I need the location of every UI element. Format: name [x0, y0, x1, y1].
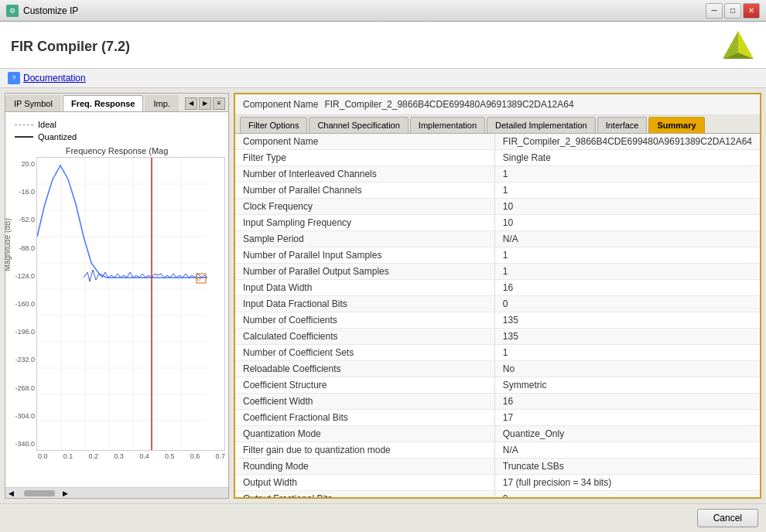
row-label: Input Data Fractional Bits	[235, 296, 494, 312]
content-area: IP Symbol Freq. Response Imp. ◀ ▶ ≡ Idea…	[0, 88, 766, 503]
legend-ideal: Ideal	[15, 120, 219, 129]
legend-quantized: Quantized	[15, 132, 219, 142]
scrollbar-thumb[interactable]	[24, 490, 55, 496]
y-tick-1: 20.0	[21, 160, 35, 168]
scroll-left-button[interactable]: ◀	[9, 489, 16, 497]
tab-detailed-implementation[interactable]: Detailed Implementation	[487, 117, 596, 133]
row-label: Number of Parallel Input Samples	[235, 247, 494, 264]
doc-link[interactable]: Documentation	[23, 73, 86, 84]
table-row: Output Width17 (full precision = 34 bits…	[235, 475, 760, 491]
row-value: 16	[494, 280, 760, 296]
close-button[interactable]: ✕	[743, 3, 760, 19]
y-tick-11: -340.0	[15, 440, 35, 448]
table-row: Number of Coefficients135	[235, 312, 760, 329]
right-panel: Component Name FIR_Compiler_2_9866B4CDE6…	[234, 93, 761, 499]
table-row: Rounding ModeTruncate LSBs	[235, 459, 760, 475]
row-label: Number of Parallel Channels	[235, 182, 494, 199]
table-row: Number of Coefficient Sets1	[235, 345, 760, 361]
component-name-value: FIR_Compiler_2_9866B4CDE699480A9691389C2…	[324, 99, 752, 110]
table-row: Input Sampling Frequency10	[235, 215, 760, 231]
doc-bar: ? Documentation	[0, 69, 766, 88]
tab-ip-symbol[interactable]: IP Symbol	[5, 95, 61, 111]
row-label: Input Data Width	[235, 280, 494, 296]
tab-summary[interactable]: Summary	[648, 117, 704, 133]
summary-table: Component NameFIR_Compiler_2_9866B4CDE69…	[235, 134, 760, 497]
app-header: FIR Compiler (7.2)	[0, 22, 766, 69]
component-name-label: Component Name	[243, 99, 318, 110]
table-row: Number of Parallel Output Samples1	[235, 264, 760, 280]
row-value: N/A	[494, 442, 760, 459]
x-tick-3: 0.3	[114, 452, 124, 460]
chart-scrollbar[interactable]: ◀ ▶	[5, 487, 228, 498]
table-row: Clock Frequency10	[235, 199, 760, 215]
x-tick-4: 0.4	[139, 452, 149, 460]
row-value: 10	[494, 199, 760, 215]
row-value: 1	[494, 166, 760, 182]
tab-freq-response[interactable]: Freq. Response	[63, 95, 144, 111]
window-controls: ─ □ ✕	[706, 3, 760, 19]
y-tick-3: -52.0	[19, 216, 35, 223]
x-tick-0: 0.0	[38, 452, 48, 460]
row-label: Coefficient Width	[235, 394, 494, 410]
table-row: Number of Interleaved Channels1	[235, 166, 760, 182]
row-label: Calculated Coefficients	[235, 329, 494, 345]
y-axis-label: Magnitude (dB)	[5, 218, 12, 271]
right-tab-bar: Filter Options Channel Specification Imp…	[235, 115, 760, 134]
minimize-button[interactable]: ─	[706, 3, 723, 19]
table-row: Filter gain due to quantization modeN/A	[235, 442, 760, 459]
row-value: 135	[494, 312, 760, 329]
row-value: 10	[494, 215, 760, 231]
tab-filter-options[interactable]: Filter Options	[240, 117, 307, 133]
row-label: Coefficient Structure	[235, 377, 494, 394]
row-value: 17	[494, 410, 760, 426]
row-label: Number of Coefficients	[235, 312, 494, 329]
tab-prev-button[interactable]: ◀	[185, 97, 197, 110]
maximize-button[interactable]: □	[724, 3, 741, 19]
table-row: Number of Parallel Channels1	[235, 182, 760, 199]
row-label: Rounding Mode	[235, 459, 494, 475]
tab-interface[interactable]: Interface	[597, 117, 648, 133]
left-tab-bar: IP Symbol Freq. Response Imp. ◀ ▶ ≡	[5, 94, 228, 112]
app-logo	[721, 29, 755, 63]
row-label: Number of Interleaved Channels	[235, 166, 494, 182]
tab-menu-button[interactable]: ≡	[213, 97, 225, 110]
bottom-bar: Cancel	[0, 503, 766, 532]
table-row: Sample PeriodN/A	[235, 231, 760, 247]
table-row: Input Data Width16	[235, 280, 760, 296]
table-row: Filter TypeSingle Rate	[235, 150, 760, 166]
row-label: Filter gain due to quantization mode	[235, 442, 494, 459]
row-value: Single Rate	[494, 150, 760, 166]
legend-quantized-line	[15, 136, 33, 138]
chart-area: Ideal Quantized Frequency Response (Mag …	[5, 112, 228, 487]
table-row: Coefficient Width16	[235, 394, 760, 410]
component-name-bar: Component Name FIR_Compiler_2_9866B4CDE6…	[235, 94, 760, 115]
x-tick-2: 0.2	[89, 452, 99, 460]
tab-next-button[interactable]: ▶	[199, 97, 211, 110]
scroll-right-button[interactable]: ▶	[63, 489, 70, 497]
row-label: Number of Coefficient Sets	[235, 345, 494, 361]
y-axis: 20.0 -16.0 -52.0 -88.0 -124.0 -160.0 -19…	[9, 157, 36, 451]
row-value: Symmetric	[494, 377, 760, 394]
tab-implementation[interactable]: Implementation	[410, 117, 485, 133]
y-tick-8: -232.0	[15, 356, 35, 363]
main-window: FIR Compiler (7.2) ? Documentation IP Sy…	[0, 22, 766, 532]
tab-imp[interactable]: Imp.	[145, 95, 178, 111]
y-tick-2: -16.0	[19, 188, 35, 196]
row-value: N/A	[494, 231, 760, 247]
row-value: 17 (full precision = 34 bits)	[494, 475, 760, 491]
row-label: Number of Parallel Output Samples	[235, 264, 494, 280]
legend-ideal-label: Ideal	[38, 120, 56, 129]
left-panel: IP Symbol Freq. Response Imp. ◀ ▶ ≡ Idea…	[5, 93, 229, 499]
row-value: 135	[494, 329, 760, 345]
x-axis: 0.0 0.1 0.2 0.3 0.4 0.5 0.6 0.7	[9, 451, 225, 460]
doc-icon: ?	[8, 72, 20, 84]
row-value: 16	[494, 394, 760, 410]
row-value: 1	[494, 182, 760, 199]
row-value: 0	[494, 491, 760, 498]
cancel-button[interactable]: Cancel	[697, 509, 758, 527]
tab-channel-spec[interactable]: Channel Specification	[309, 117, 408, 133]
y-tick-9: -268.0	[15, 384, 35, 392]
table-row: Output Fractional Bits0	[235, 491, 760, 498]
y-tick-10: -304.0	[15, 412, 35, 420]
row-label: Output Width	[235, 475, 494, 491]
